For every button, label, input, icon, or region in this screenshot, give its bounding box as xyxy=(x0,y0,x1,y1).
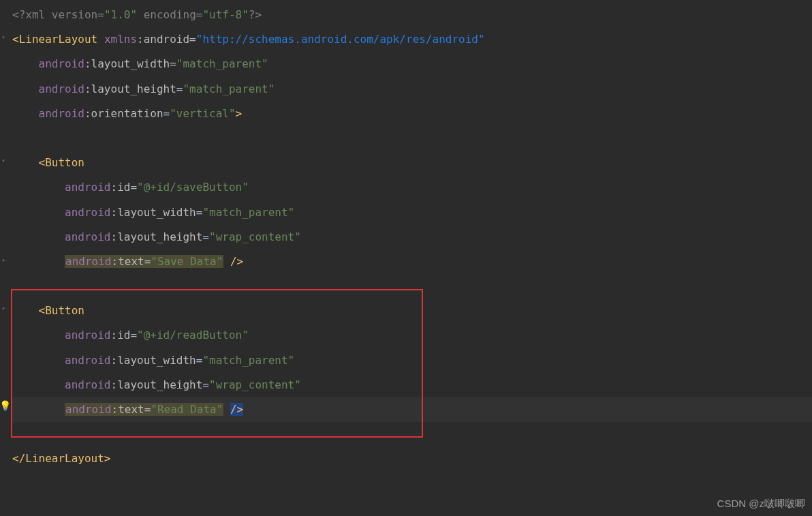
intention-bulb-icon[interactable]: 💡 xyxy=(0,399,10,412)
fold-icon[interactable]: ▾ xyxy=(0,300,10,314)
code-line: <?xml version="1.0" encoding="utf-8"?> xyxy=(12,3,812,27)
code-line xyxy=(12,126,812,151)
watermark: CSDN @z啵唧啵唧 xyxy=(717,496,805,512)
fold-icon[interactable]: ▴ xyxy=(0,251,10,264)
code-line: android:text="Save Data" /> xyxy=(12,249,812,274)
code-line: android:layout_width="match_parent" xyxy=(12,348,812,373)
fold-icon[interactable]: ▾ xyxy=(0,29,10,42)
code-line: <Button xyxy=(12,151,812,175)
code-line: android:layout_height="wrap_content" xyxy=(12,225,812,249)
code-line: </LinearLayout> xyxy=(12,446,812,471)
code-line: android:layout_width="match_parent" xyxy=(12,52,812,76)
editor-gutter: ▾ ▾ ▴ ▾ 💡 xyxy=(0,0,10,516)
code-line: android:id="@+id/saveButton" xyxy=(12,175,812,200)
code-line: android:id="@+id/readButton" xyxy=(12,323,812,348)
code-line: <Button xyxy=(12,299,812,323)
code-line-cursor: android:text="Read Data" /> xyxy=(12,397,812,422)
code-line: android:layout_width="match_parent" xyxy=(12,200,812,225)
code-line: <LinearLayout xmlns:android="http://sche… xyxy=(12,27,812,52)
code-line: android:orientation="vertical"> xyxy=(12,102,812,126)
fold-icon[interactable]: ▾ xyxy=(0,152,10,166)
code-line xyxy=(12,274,812,299)
code-line: android:layout_height="wrap_content" xyxy=(12,373,812,397)
code-editor[interactable]: <?xml version="1.0" encoding="utf-8"?> <… xyxy=(10,0,812,472)
code-line: android:layout_height="match_parent" xyxy=(12,77,812,102)
code-line xyxy=(12,422,812,446)
